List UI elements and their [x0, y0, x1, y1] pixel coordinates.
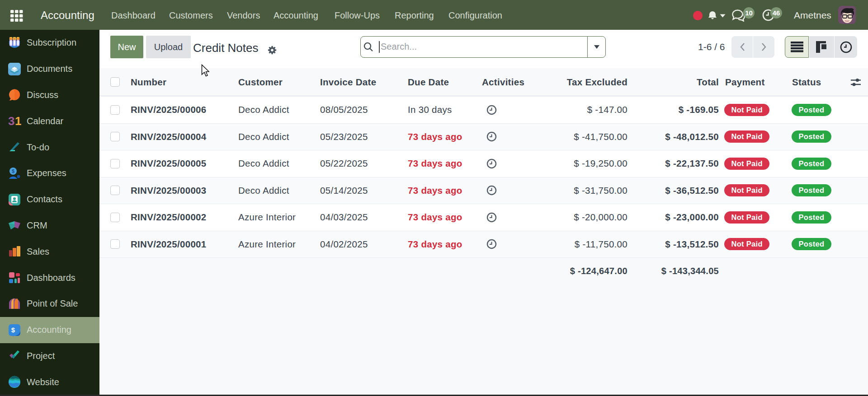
svg-text:$: $ [11, 326, 15, 334]
svg-text:1: 1 [15, 114, 21, 128]
svg-text:3: 3 [8, 114, 14, 128]
svg-text:$: $ [12, 168, 14, 174]
